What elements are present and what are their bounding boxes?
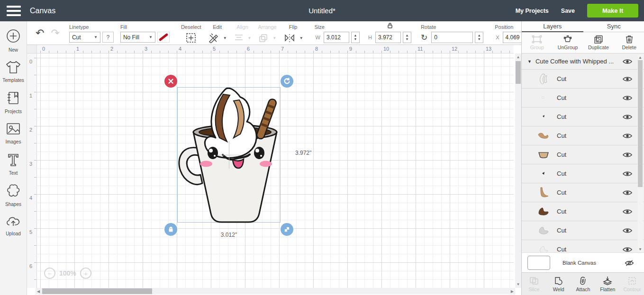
v-ruler-number: 2 [29,127,32,133]
eye-icon[interactable] [623,152,632,158]
save-link[interactable]: Save [561,8,575,14]
layer-row[interactable]: Cut [522,89,644,107]
delete-handle[interactable] [164,75,177,88]
attach-button[interactable]: Attach [571,273,596,295]
edit-button[interactable]: ▼ [208,32,227,44]
arrange-button[interactable]: ▼ [258,32,277,44]
height-stepper[interactable]: ▲▼ [403,32,411,43]
blank-canvas-row[interactable]: Blank Canvas [522,252,644,272]
layers-scrollbar[interactable]: ▲ ▼ [637,54,643,252]
layer-row[interactable]: Cut [522,221,644,240]
design-grid[interactable]: 3.972" 3.012" − 100% + [37,54,514,288]
linetype-help-button[interactable]: ? [102,32,114,43]
layer-group-header[interactable]: ▼ Cute Coffee with Whipped ... [522,54,644,70]
paperclip-icon [579,276,587,286]
sidebar-item-projects[interactable]: Projects [0,90,27,114]
duplicate-icon [594,35,603,44]
height-input[interactable]: 3.972 [375,32,401,43]
rotate-stepper[interactable]: ▲▼ [475,32,483,43]
rotate-icon[interactable]: ↻ [421,33,427,43]
scroll-down-icon[interactable]: ▼ [637,247,643,251]
group-button[interactable]: Group [522,32,553,53]
eye-icon[interactable] [623,227,632,234]
scroll-up-icon[interactable]: ▲ [515,55,521,59]
duplicate-button[interactable]: Duplicate [583,32,614,53]
layer-row[interactable]: Cut [522,202,644,221]
canvas-horizontal-scrollbar[interactable]: ◀ ▶ [36,288,515,295]
lock-aspect-icon[interactable] [387,22,393,31]
rotate-input[interactable]: 0 [431,32,473,43]
layer-row[interactable]: Cut [522,145,644,164]
eye-icon[interactable] [623,95,632,101]
v-ruler-number: 4 [29,195,32,201]
scroll-right-icon[interactable]: ▶ [511,288,514,295]
eye-icon[interactable] [623,58,632,65]
eye-icon[interactable] [623,76,632,82]
redo-icon[interactable]: ↷ [51,28,59,38]
canvas-vertical-scrollbar[interactable]: ▲ ▼ [515,54,521,288]
collapse-triangle-icon[interactable]: ▼ [527,59,532,64]
layer-row[interactable]: Cut [522,183,644,202]
eye-icon[interactable] [623,114,632,120]
layer-row[interactable]: Cut [522,240,644,252]
rotate-handle[interactable] [281,75,293,88]
canvas-area: 012345678910111213 0123456 [27,45,521,295]
eye-off-icon[interactable] [625,259,634,266]
weld-button[interactable]: Weld [546,273,571,295]
sidebar-item-shapes[interactable]: Shapes [0,183,27,207]
scroll-up-icon[interactable]: ▲ [637,55,643,60]
flip-button[interactable]: ▼ [283,32,303,44]
layer-row[interactable]: Cut [522,164,644,183]
eye-icon[interactable] [623,170,632,177]
chevron-down-icon: ▼ [94,35,98,39]
sidebar-item-images[interactable]: Images [0,122,27,144]
slice-button[interactable]: Slice [522,273,546,295]
eye-icon[interactable] [623,246,632,253]
lock-handle[interactable] [164,223,177,236]
sidebar-item-upload[interactable]: Upload [0,215,27,236]
eye-icon[interactable] [623,189,632,196]
tab-layers[interactable]: Layers [522,21,583,32]
tab-sync[interactable]: Sync [583,21,644,32]
linetype-dropdown[interactable]: Cut▼ [69,32,100,43]
sidebar-item-templates[interactable]: Templates [0,60,27,83]
hamburger-menu-icon[interactable] [0,0,27,21]
scroll-down-icon[interactable]: ▼ [515,282,521,286]
width-stepper[interactable]: ▲▼ [351,32,360,43]
coffee-mug-artwork[interactable] [178,88,281,223]
undo-icon[interactable]: ↶ [36,28,44,38]
edit-label: Edit [208,24,227,30]
my-projects-link[interactable]: My Projects [516,8,549,14]
edit-pencil-icon [208,33,219,43]
layer-row[interactable]: Cut [522,107,644,126]
width-input[interactable]: 3.012 [324,32,349,43]
zoom-out-button[interactable]: − [44,268,55,279]
align-button[interactable]: ▼ [234,32,252,44]
deselect-icon [185,32,197,44]
sidebar-item-text[interactable]: Text [0,152,27,176]
x-axis-label: X [496,35,499,40]
ungroup-button[interactable]: UnGroup [553,32,583,53]
zoom-in-button[interactable]: + [80,268,91,279]
sidebar-item-new[interactable]: New [0,28,27,53]
h-ruler-number: 8 [315,46,318,52]
vertical-scroll-thumb[interactable] [516,61,521,84]
edit-group: Edit ▼ [208,21,227,45]
flatten-button[interactable]: Flatten [595,273,620,295]
blank-canvas-thumbnail [527,256,550,270]
delete-button[interactable]: Delete [614,32,644,53]
horizontal-scroll-thumb[interactable] [42,288,152,294]
scroll-left-icon[interactable]: ◀ [37,288,40,295]
layer-row[interactable]: Cut [522,126,644,145]
resize-handle[interactable] [281,223,293,236]
eye-icon[interactable] [623,133,632,139]
layer-row[interactable]: Cut [522,70,644,89]
fill-color-swatch-icon[interactable] [157,32,170,43]
align-icon [234,33,244,43]
make-it-button[interactable]: Make It [587,4,638,18]
contour-button[interactable]: Contour [620,273,644,295]
deselect-button[interactable] [181,32,201,44]
eye-icon[interactable] [623,208,632,215]
layers-scroll-thumb[interactable] [638,60,643,187]
fill-dropdown[interactable]: No Fill▼ [120,32,155,43]
